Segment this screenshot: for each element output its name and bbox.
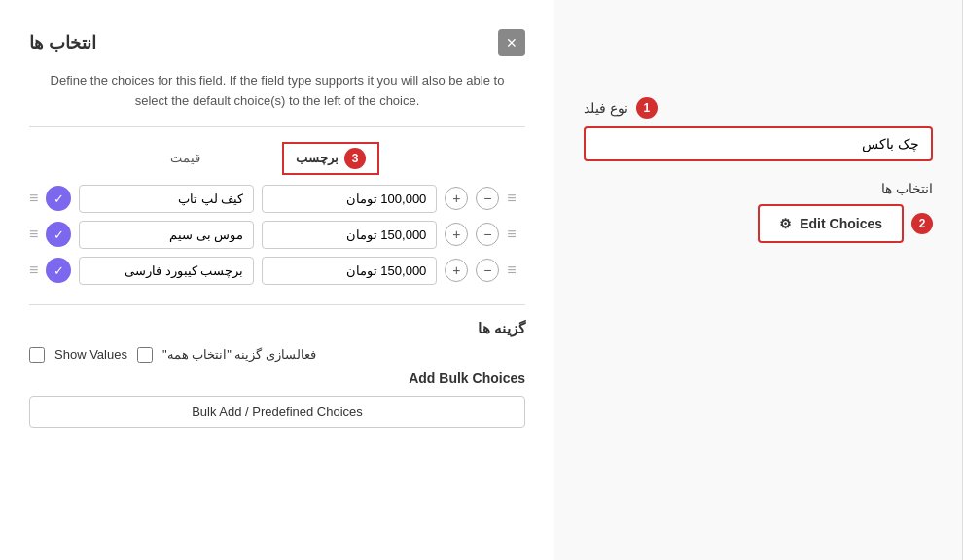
- reorder-icon-2: ≡: [29, 226, 38, 243]
- badge-3: 3: [344, 148, 366, 169]
- reorder-icon-3: ≡: [29, 262, 38, 279]
- close-icon: ✕: [506, 35, 517, 51]
- table-row: ≡ − + ✓ ≡: [29, 185, 525, 213]
- badge-2: 2: [911, 213, 933, 234]
- table-header: 3 برچسب قیمت: [29, 142, 525, 175]
- edit-choices-label: Edit Choices: [800, 216, 882, 231]
- choices-label: انتخاب ها: [584, 181, 933, 196]
- activate-checkbox[interactable]: [137, 347, 153, 363]
- price-input-2[interactable]: [262, 221, 437, 249]
- modal-header: ✕ انتخاب ها: [29, 19, 525, 66]
- remove-row-1-button[interactable]: −: [476, 187, 499, 210]
- add-row-3-button[interactable]: +: [445, 259, 468, 282]
- activate-row: فعالسازی گزینه "انتخاب همه" Show Values: [29, 347, 525, 363]
- show-values-checkbox[interactable]: [29, 347, 45, 363]
- edit-choices-button[interactable]: Edit Choices ⚙: [758, 204, 904, 243]
- right-panel: ✕ انتخاب ها Define the choices for this …: [0, 0, 554, 560]
- remove-row-3-button[interactable]: −: [476, 259, 499, 282]
- modal-description: Define the choices for this field. If th…: [29, 71, 525, 127]
- gear-icon: ⚙: [779, 216, 792, 231]
- label-input-3[interactable]: [79, 257, 254, 285]
- check-icon-1[interactable]: ✓: [46, 186, 71, 211]
- add-row-1-button[interactable]: +: [445, 187, 468, 210]
- activate-label: فعالسازی گزینه "انتخاب همه": [162, 347, 316, 362]
- check-icon-3[interactable]: ✓: [46, 258, 71, 283]
- show-values-label: Show Values: [54, 347, 127, 362]
- add-row-2-button[interactable]: +: [445, 223, 468, 246]
- check-icon-2[interactable]: ✓: [46, 222, 71, 247]
- gozineh-section: گزینه ها فعالسازی گزینه "انتخاب همه" Sho…: [29, 304, 525, 428]
- field-type-select[interactable]: چک باکس: [584, 126, 933, 161]
- label-col-header: 3 برچسب: [282, 142, 379, 175]
- label-input-2[interactable]: [79, 221, 254, 249]
- field-type-section: 1 نوع فیلد چک باکس انتخاب ها 2 Edit Choi…: [584, 97, 933, 243]
- bulk-add-button[interactable]: Bulk Add / Predefined Choices: [29, 396, 525, 428]
- close-button[interactable]: ✕: [498, 29, 525, 56]
- drag-icon: ≡: [507, 262, 516, 279]
- price-input-1[interactable]: [262, 185, 437, 213]
- reorder-icon-1: ≡: [29, 190, 38, 207]
- choices-section: انتخاب ها 2 Edit Choices ⚙: [584, 181, 933, 243]
- price-input-3[interactable]: [262, 257, 437, 285]
- drag-icon: ≡: [507, 190, 516, 207]
- add-bulk-label: Add Bulk Choices: [29, 370, 525, 386]
- edit-choices-wrapper: 2 Edit Choices ⚙: [584, 204, 933, 243]
- field-type-select-wrapper[interactable]: چک باکس: [584, 126, 933, 161]
- table-row: ≡ − + ✓ ≡: [29, 221, 525, 249]
- gozineh-title: گزینه ها: [29, 320, 525, 337]
- left-panel: 1 نوع فیلد چک باکس انتخاب ها 2 Edit Choi…: [554, 0, 963, 560]
- drag-icon: ≡: [507, 226, 516, 243]
- field-type-label: 1 نوع فیلد: [584, 97, 933, 119]
- badge-1: 1: [636, 97, 658, 119]
- label-input-1[interactable]: [79, 185, 254, 213]
- modal-title: انتخاب ها: [29, 32, 96, 53]
- remove-row-2-button[interactable]: −: [476, 223, 499, 246]
- price-col-header: قیمت: [97, 151, 272, 165]
- table-row: ≡ − + ✓ ≡: [29, 257, 525, 285]
